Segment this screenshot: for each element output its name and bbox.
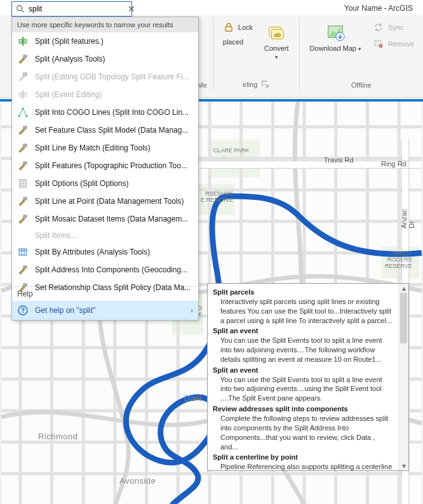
- search-icon: [16, 4, 25, 13]
- clear-search-icon[interactable]: ✕: [128, 4, 135, 13]
- svg-text:?: ?: [21, 307, 25, 314]
- lock-button[interactable]: Lock: [220, 20, 255, 34]
- scrollbar-thumb[interactable]: [400, 293, 407, 343]
- search-result: Split Items...: [12, 228, 198, 243]
- cogo-icon: [17, 107, 29, 118]
- hammer-icon: [17, 71, 29, 83]
- svg-rect-18: [24, 197, 27, 200]
- help-topic-body: Complete the following steps to review a…: [220, 414, 393, 451]
- search-result-label: Split (Event Editing): [35, 90, 193, 99]
- search-result: Split (Editing GDB Topology Split Featur…: [12, 68, 198, 86]
- search-result[interactable]: Set Feature Class Split Model (Data Mana…: [12, 121, 198, 139]
- map-park-label: CLARE PARK: [213, 147, 249, 154]
- scroll-down-icon[interactable]: ▾: [399, 461, 408, 470]
- svg-point-9: [22, 108, 24, 110]
- hammer-icon: [17, 264, 29, 275]
- sync-icon: [373, 22, 384, 33]
- svg-point-10: [26, 116, 28, 117]
- search-result-label: Set Feature Class Split Model (Data Mana…: [35, 126, 193, 135]
- dialog-launcher-icon[interactable]: [261, 80, 270, 89]
- download-map-icon: [325, 23, 346, 43]
- scroll-up-icon[interactable]: ▴: [399, 284, 408, 293]
- search-result-label: Split By Attributes (Analysis Tools): [35, 248, 193, 256]
- help-topic-title[interactable]: Review addresses split into components: [213, 404, 393, 414]
- svg-point-8: [18, 116, 20, 117]
- search-result-label: Split (Split features.): [35, 37, 193, 46]
- search-result-label: Split Items...: [35, 231, 193, 240]
- remove-button[interactable]: Remove: [370, 37, 417, 51]
- hammer-icon: [17, 53, 29, 65]
- map-park-label: RSESHOE E RESERVE: [201, 190, 233, 203]
- sync-button[interactable]: Sync: [370, 20, 417, 34]
- search-result[interactable]: Split Features (Topographic Production T…: [12, 157, 198, 175]
- window-title: Your Name - ArcGIS: [344, 4, 413, 13]
- svg-rect-7: [24, 93, 27, 96]
- hammer-icon: [17, 142, 29, 154]
- search-result[interactable]: Split Address Into Components (Geocoding…: [12, 261, 198, 279]
- hammer-icon: [17, 160, 29, 171]
- search-result[interactable]: Split Into COGO Lines (Split Into COGO L…: [12, 103, 198, 121]
- download-map-button[interactable]: Download Map ▾: [306, 20, 365, 55]
- hammer-icon: [17, 196, 29, 207]
- svg-text:ab: ab: [274, 32, 281, 38]
- help-topic-body: You can use the Split Events tool to spl…: [220, 336, 393, 364]
- search-result-label: Set Relationship Class Split Policy (Dat…: [35, 283, 193, 292]
- placed-button[interactable]: placed: [220, 37, 255, 47]
- search-result-label: Split Options (Split Options): [35, 179, 193, 188]
- road-label: Travis Rd: [324, 156, 354, 164]
- svg-rect-12: [24, 144, 27, 147]
- split-tool-icon: [17, 36, 29, 47]
- svg-rect-3: [24, 39, 27, 43]
- search-result-label: Split (Editing GDB Topology Split Featur…: [35, 72, 193, 81]
- search-result[interactable]: Split (Split features.): [12, 32, 198, 50]
- help-topic-title[interactable]: Split an event: [213, 326, 393, 336]
- convert-icon: ab: [266, 23, 286, 43]
- help-topic-title[interactable]: Split a centerline by point: [213, 453, 393, 462]
- table-icon: [17, 246, 29, 258]
- split-tool-icon: [17, 89, 29, 100]
- remove-icon: [373, 38, 384, 50]
- svg-rect-28: [225, 27, 232, 31]
- search-hint: Use more specific keywords to narrow you…: [12, 17, 198, 32]
- ribbon-group-label: Offline: [351, 81, 372, 89]
- search-result-label: Split Features (Topographic Production T…: [35, 161, 193, 170]
- help-icon: ?: [17, 305, 29, 316]
- map-park-label: AMELIA ROGERS RESERVE: [385, 250, 412, 269]
- help-topic-body: You can use the Split Events tool to spl…: [220, 375, 393, 404]
- search-result[interactable]: Split Mosaic Dataset Items (Data Managem…: [12, 210, 198, 228]
- get-help-label: Get help on "split": [35, 306, 95, 315]
- road-label: Ring Rd: [381, 160, 406, 168]
- map-label: Avonside: [119, 476, 156, 486]
- map-label: Dalli: [184, 394, 202, 403]
- search-result[interactable]: Split Line at Point (Data Management Too…: [12, 192, 198, 210]
- search-result: Split (Event Editing): [12, 86, 198, 103]
- help-topic-title[interactable]: Split parcels: [213, 288, 393, 297]
- svg-rect-2: [19, 39, 22, 43]
- search-result[interactable]: Split Line By Match (Editing Tools): [12, 139, 198, 157]
- search-result-label: Split Address Into Components (Geocoding…: [35, 265, 193, 274]
- command-search[interactable]: ✕: [11, 1, 132, 17]
- search-result-label: Split Into COGO Lines (Split Into COGO L…: [35, 108, 193, 117]
- search-result[interactable]: Split By Attributes (Analysis Tools): [12, 243, 198, 261]
- svg-point-0: [17, 6, 22, 11]
- search-result-label: Split Line By Match (Editing Tools): [35, 143, 193, 152]
- search-result[interactable]: Split (Analysis Tools): [12, 50, 198, 68]
- ribbon-group-label: eling: [243, 81, 257, 88]
- get-help-link[interactable]: ? Get help on "split" ›: [12, 301, 198, 320]
- svg-rect-11: [24, 126, 27, 129]
- help-topic-title[interactable]: Split an event: [213, 366, 393, 375]
- doc-icon: [17, 178, 29, 189]
- help-topic-body: Interactively split parcels using split …: [220, 297, 393, 326]
- search-result-label: Split Line at Point (Data Management Too…: [35, 197, 193, 206]
- convert-button[interactable]: ab Convert▾: [260, 20, 293, 63]
- chevron-down-icon: ▾: [358, 46, 361, 52]
- hammer-icon: [17, 124, 29, 136]
- search-result[interactable]: Split Options (Split Options): [12, 175, 198, 192]
- svg-rect-5: [24, 73, 27, 76]
- scrollbar[interactable]: ▴ ▾: [398, 284, 408, 470]
- command-search-input[interactable]: [29, 4, 124, 13]
- svg-rect-13: [24, 162, 27, 164]
- search-dropdown: Use more specific keywords to narrow you…: [11, 17, 199, 321]
- svg-rect-19: [24, 215, 27, 218]
- help-topic-body: Pipeline Referencing also supports split…: [220, 462, 393, 470]
